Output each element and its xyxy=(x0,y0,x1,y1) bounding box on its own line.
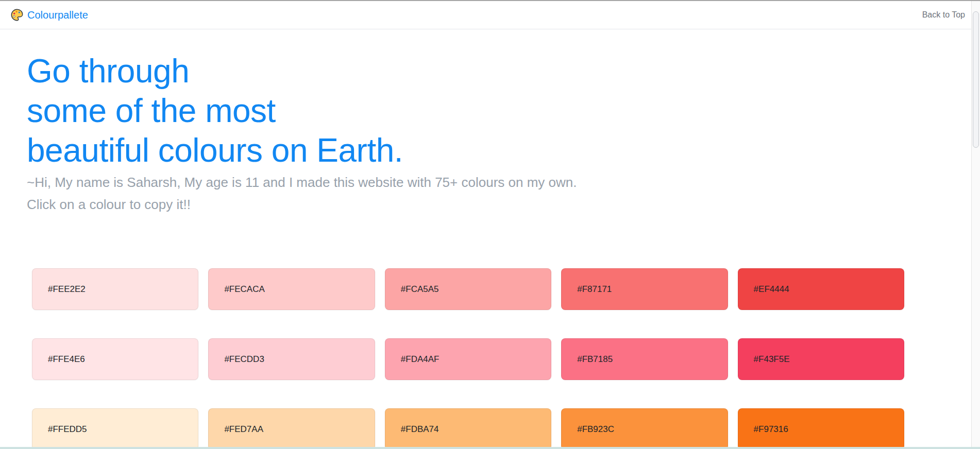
window-top-edge xyxy=(0,0,980,1)
color-swatch[interactable]: #FEE2E2 xyxy=(32,268,198,310)
swatch-hex-label: #FB923C xyxy=(577,424,614,435)
swatch-hex-label: #FB7185 xyxy=(577,354,613,365)
color-swatch[interactable]: #FB923C xyxy=(561,408,728,449)
swatch-hex-label: #FCA5A5 xyxy=(401,284,439,295)
swatch-hex-label: #FFE4E6 xyxy=(48,354,85,365)
color-swatch[interactable]: #F87171 xyxy=(561,268,728,310)
color-swatch[interactable]: #F43F5E xyxy=(738,338,904,380)
hero-instruction: Click on a colour to copy it!! xyxy=(27,197,191,213)
swatch-grid: #FEE2E2#FECACA#FCA5A5#F87171#EF4444#FFE4… xyxy=(32,268,904,449)
palette-icon xyxy=(11,9,23,21)
color-swatch[interactable]: #FB7185 xyxy=(561,338,728,380)
swatch-hex-label: #FECACA xyxy=(224,284,264,295)
brand-title: Colourpallete xyxy=(27,9,88,21)
color-swatch[interactable]: #EF4444 xyxy=(738,268,904,310)
navbar: Colourpallete Back to Top xyxy=(0,1,971,29)
swatch-hex-label: #F97316 xyxy=(754,424,788,435)
color-swatch[interactable]: #FFE4E6 xyxy=(32,338,198,380)
color-swatch[interactable]: #FECACA xyxy=(208,268,375,310)
page-title-line-3: beautiful colours on Earth. xyxy=(27,131,403,170)
window-bottom-edge xyxy=(0,447,980,449)
swatch-hex-label: #EF4444 xyxy=(754,284,789,295)
page-title-line-1: Go through xyxy=(27,51,403,91)
page-title: Go through some of the most beautiful co… xyxy=(27,51,403,170)
color-swatch[interactable]: #FCA5A5 xyxy=(385,268,551,310)
scrollbar-thumb[interactable] xyxy=(973,11,979,148)
brand-link[interactable]: Colourpallete xyxy=(11,9,88,21)
color-swatch[interactable]: #FDA4AF xyxy=(385,338,551,380)
color-swatch[interactable]: #FFEDD5 xyxy=(32,408,198,449)
swatch-hex-label: #F87171 xyxy=(577,284,612,295)
page-title-line-2: some of the most xyxy=(27,91,403,131)
color-swatch[interactable]: #FED7AA xyxy=(208,408,375,449)
hero-subtitle: ~Hi, My name is Saharsh, My age is 11 an… xyxy=(27,175,577,191)
color-swatch[interactable]: #FDBA74 xyxy=(385,408,551,449)
swatch-hex-label: #FEE2E2 xyxy=(48,284,86,295)
swatch-hex-label: #F43F5E xyxy=(754,354,790,365)
vertical-scrollbar[interactable] xyxy=(971,1,980,449)
swatch-hex-label: #FED7AA xyxy=(224,424,263,435)
swatch-hex-label: #FFEDD5 xyxy=(48,424,87,435)
color-swatch[interactable]: #FECDD3 xyxy=(208,338,375,380)
color-swatch[interactable]: #F97316 xyxy=(738,408,904,449)
swatch-hex-label: #FDBA74 xyxy=(401,424,439,435)
swatch-hex-label: #FECDD3 xyxy=(224,354,264,365)
swatch-hex-label: #FDA4AF xyxy=(401,354,440,365)
back-to-top-link[interactable]: Back to Top xyxy=(922,10,965,20)
